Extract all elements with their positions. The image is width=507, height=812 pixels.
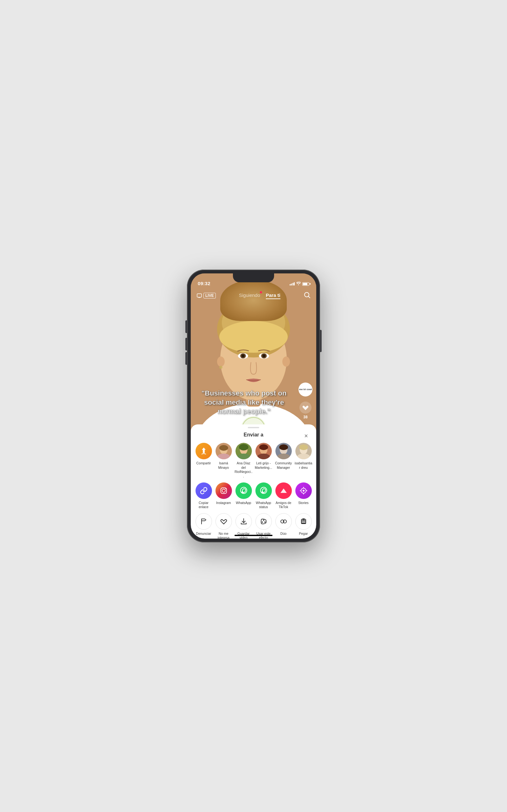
- app-label-instagram: Instagram: [216, 501, 231, 505]
- metricool-text: me tri cool: [299, 388, 312, 391]
- svg-point-9: [219, 366, 222, 369]
- svg-point-54: [302, 490, 304, 492]
- phone-screen: 09:32: [191, 273, 316, 539]
- action-item-pegar[interactable]: Pegar: [294, 513, 313, 539]
- share-label-isabel: isabelsantiar dreu: [294, 461, 313, 470]
- app-item-stories[interactable]: Stories: [294, 483, 313, 509]
- action-label-denunciar: Denunciar: [196, 531, 211, 536]
- action-btn-denunciar: [195, 513, 212, 530]
- svg-point-35: [259, 444, 268, 450]
- heart-icon[interactable]: [299, 402, 312, 414]
- app-item-instagram[interactable]: Instagram: [214, 483, 233, 509]
- battery-icon: [302, 282, 309, 286]
- share-item-isabel[interactable]: isabelsantiar dreu: [294, 443, 313, 478]
- siguiendo-tab-wrapper: Siguiendo: [239, 293, 260, 299]
- app-label-copiar: Copiar enlace: [194, 501, 213, 509]
- top-nav: LIVE Siguiendo Para ti: [191, 289, 316, 303]
- share-item-compartir[interactable]: Compartir: [194, 443, 213, 478]
- avatar-leti: [256, 443, 272, 459]
- status-time: 09:32: [198, 281, 210, 286]
- action-btn-guardar: [235, 513, 252, 530]
- svg-point-15: [262, 354, 266, 357]
- video-actions: me tri cool 38: [298, 383, 313, 419]
- metricool-badge[interactable]: me tri cool: [298, 383, 313, 397]
- video-area[interactable]: LIVE Siguiendo Para ti: [191, 273, 316, 445]
- sheet-header: Enviar a ×: [191, 429, 316, 442]
- svg-point-7: [217, 357, 225, 367]
- close-button[interactable]: ×: [302, 432, 311, 440]
- share-label-leti: Leti grijo - Marketing...: [255, 461, 273, 470]
- share-item-community[interactable]: Community Manager: [274, 443, 293, 478]
- avatar-ana: [235, 443, 252, 459]
- svg-point-6: [219, 321, 288, 353]
- svg-point-30: [239, 444, 248, 450]
- avatar-compartir: [195, 443, 212, 459]
- action-label-pegar: Pegar: [299, 531, 308, 536]
- svg-line-22: [308, 296, 310, 298]
- battery-fill: [303, 283, 307, 285]
- share-item-isama[interactable]: Isamá Minayo: [214, 443, 233, 478]
- nav-tabs: Siguiendo Para ti: [239, 293, 280, 299]
- svg-point-50: [225, 488, 226, 489]
- notch: [233, 273, 274, 282]
- share-item-ana[interactable]: Ana Díaz del RiolNegoci...: [234, 443, 253, 478]
- action-item-no-interesa[interactable]: No me interesa: [214, 513, 233, 539]
- siguiendo-tab[interactable]: Siguiendo: [239, 293, 260, 298]
- caption-text: "Businesses who post on social media lik…: [196, 389, 292, 416]
- svg-point-12: [241, 354, 245, 357]
- svg-point-60: [263, 519, 264, 521]
- apps-row: Copiar enlace Instagram: [191, 481, 316, 512]
- sheet-title: Enviar a: [244, 432, 263, 438]
- home-indicator: [234, 535, 273, 536]
- app-label-whatsapp-status: WhatsApp status: [254, 501, 273, 509]
- phone-frame: 09:32: [187, 270, 320, 542]
- heart-action: 38: [299, 402, 312, 419]
- app-item-copiar[interactable]: Copiar enlace: [194, 483, 213, 509]
- app-icon-copiar: [195, 483, 212, 499]
- avatar-community: [275, 443, 292, 459]
- search-icon[interactable]: [303, 292, 311, 300]
- share-item-leti[interactable]: Leti grijo - Marketing...: [254, 443, 273, 478]
- action-item-denunciar[interactable]: Denunciar: [194, 513, 213, 539]
- bar2: [291, 284, 292, 286]
- share-contacts-row: Compartir Isamá Minayo: [191, 442, 316, 481]
- svg-point-45: [299, 444, 308, 450]
- svg-point-62: [264, 521, 266, 523]
- app-item-whatsapp[interactable]: WhatsApp: [234, 483, 253, 509]
- siguiendo-dot: [260, 291, 262, 293]
- action-item-duo[interactable]: Dúo: [274, 513, 293, 539]
- tv-icon: [196, 293, 202, 298]
- sheet-handle: [248, 427, 259, 428]
- bar1: [290, 284, 291, 286]
- share-label-community: Community Manager: [274, 461, 293, 470]
- svg-point-8: [282, 357, 290, 367]
- bar4: [294, 282, 295, 286]
- status-icons: [290, 282, 309, 286]
- signal-bars: [290, 282, 295, 286]
- app-item-whatsapp-status[interactable]: WhatsApp status: [254, 483, 273, 509]
- bar3: [292, 283, 293, 286]
- action-label-no-interesa: No me interesa: [214, 531, 233, 539]
- svg-point-40: [279, 444, 288, 450]
- app-icon-instagram: [216, 483, 232, 499]
- wifi-icon: [296, 282, 301, 286]
- para-ti-tab[interactable]: Para ti: [266, 293, 280, 299]
- app-icon-whatsapp-status: [256, 483, 272, 499]
- svg-point-25: [219, 445, 228, 451]
- app-label-stories: Stories: [298, 501, 308, 505]
- action-btn-pegar: [295, 513, 312, 530]
- live-badge[interactable]: LIVE: [196, 293, 216, 299]
- svg-rect-18: [197, 294, 202, 297]
- avatar-isabel: [295, 443, 312, 459]
- share-label-isama: Isamá Minayo: [215, 461, 233, 470]
- phone-wrapper: 09:32: [187, 270, 320, 542]
- live-label[interactable]: LIVE: [204, 293, 216, 299]
- share-label-compartir: Compartir: [196, 461, 211, 466]
- app-item-amigos[interactable]: Amigos de TikTok: [274, 483, 293, 509]
- app-icon-whatsapp: [235, 483, 252, 499]
- avatar-isama: [216, 443, 232, 459]
- action-label-duo: Dúo: [280, 531, 286, 536]
- video-caption: "Businesses who post on social media lik…: [191, 389, 297, 416]
- action-btn-efecto: [256, 513, 272, 530]
- app-icon-amigos: [275, 483, 292, 499]
